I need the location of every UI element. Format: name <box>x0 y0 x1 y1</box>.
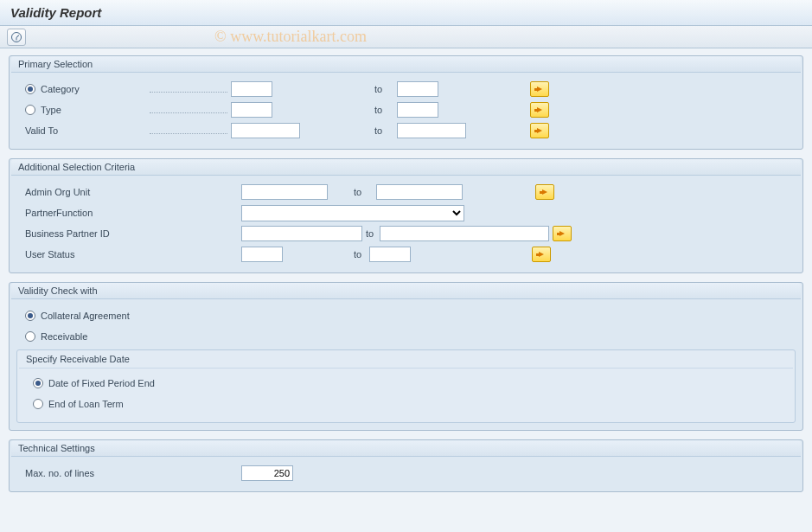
ustatus-to-input[interactable] <box>369 247 411 262</box>
radio-category[interactable] <box>25 84 35 94</box>
label-text: User Status <box>25 249 74 260</box>
label-text: Collateral Agreement <box>41 311 130 321</box>
admin-from-input[interactable] <box>241 184 328 200</box>
arrow-right-icon <box>537 128 542 133</box>
option-fixed-period[interactable]: Date of Fixed Period End <box>24 378 240 388</box>
to-label: to <box>371 125 397 136</box>
label-partner-function: PartnerFunction <box>16 208 241 218</box>
execute-button[interactable] <box>7 29 26 46</box>
dotline <box>150 86 227 93</box>
group-specify-receivable-date: Specify Receivable Date Date of Fixed Pe… <box>16 349 796 423</box>
group-additional-criteria: Additional Selection Criteria Admin Org … <box>9 158 803 273</box>
bpid-from-input[interactable] <box>241 226 362 241</box>
multi-select-button[interactable] <box>530 81 549 97</box>
multi-select-button[interactable] <box>530 123 549 138</box>
label-text: End of Loan Term <box>48 399 124 409</box>
label-text: Receivable <box>41 331 87 342</box>
option-receivable[interactable]: Receivable <box>16 331 233 342</box>
partner-function-select[interactable] <box>241 205 464 221</box>
multi-select-button[interactable] <box>532 247 551 262</box>
row-valid-to: Valid To to <box>16 121 796 140</box>
row-partner-function: PartnerFunction <box>16 203 796 222</box>
label-category: Category <box>16 84 146 94</box>
bpid-to-input[interactable] <box>380 226 549 241</box>
row-fixed-period: Date of Fixed Period End <box>24 374 788 393</box>
group-validity-check: Validity Check with Collateral Agreement… <box>9 282 803 431</box>
radio-end-loan[interactable] <box>33 399 43 409</box>
inner-group-title: Specify Receivable Date <box>19 350 793 369</box>
label-type: Type <box>16 105 146 115</box>
multi-select-button[interactable] <box>530 102 549 118</box>
type-to-input[interactable] <box>397 102 438 118</box>
category-from-input[interactable] <box>231 81 272 97</box>
label-valid-to: Valid To <box>16 125 146 136</box>
multi-select-button[interactable] <box>553 226 572 241</box>
valid-to-to-input[interactable] <box>397 123 466 138</box>
radio-collateral[interactable] <box>25 311 35 321</box>
label-text: Type <box>41 105 61 115</box>
group-title: Technical Settings <box>11 440 801 457</box>
row-category: Category to <box>16 80 796 99</box>
group-title: Primary Selection <box>11 56 801 73</box>
arrow-right-icon <box>542 189 547 195</box>
ustatus-from-input[interactable] <box>241 247 283 262</box>
to-label: to <box>371 84 397 94</box>
radio-receivable[interactable] <box>25 331 35 342</box>
label-text: Category <box>41 84 80 94</box>
type-from-input[interactable] <box>231 102 272 118</box>
arrow-right-icon <box>537 87 542 92</box>
label-text: Max. no. of lines <box>25 468 94 478</box>
admin-to-input[interactable] <box>376 184 463 200</box>
label-max-lines: Max. no. of lines <box>16 468 241 478</box>
group-title: Additional Selection Criteria <box>11 159 801 176</box>
row-max-lines: Max. no. of lines <box>16 464 796 483</box>
multi-select-button[interactable] <box>535 184 554 200</box>
label-text: Valid To <box>25 125 58 136</box>
clock-icon <box>11 32 22 42</box>
row-bp-id: Business Partner ID to <box>16 224 796 243</box>
dotline <box>150 127 227 134</box>
radio-fixed-period[interactable] <box>33 378 43 388</box>
content-area: Primary Selection Category to Type to <box>0 48 812 532</box>
arrow-right-icon <box>537 107 542 112</box>
row-end-loan: End of Loan Term <box>24 394 788 413</box>
category-to-input[interactable] <box>397 81 438 97</box>
group-primary-selection: Primary Selection Category to Type to <box>9 55 803 150</box>
to-label: to <box>371 105 397 115</box>
label-text: Date of Fixed Period End <box>48 378 155 388</box>
to-label: to <box>283 249 354 260</box>
group-title: Validity Check with <box>11 283 801 299</box>
label-text: PartnerFunction <box>25 208 93 218</box>
to-label: to <box>362 228 380 239</box>
row-type: Type to <box>16 100 796 119</box>
label-text: Admin Org Unit <box>25 187 90 197</box>
row-user-status: User Status to <box>16 245 796 264</box>
row-receivable: Receivable <box>16 327 796 346</box>
option-end-loan[interactable]: End of Loan Term <box>24 399 240 409</box>
valid-to-from-input[interactable] <box>231 123 300 138</box>
toolbar <box>0 26 812 48</box>
label-user-status: User Status <box>16 249 241 260</box>
label-bp-id: Business Partner ID <box>16 228 241 239</box>
label-text: Business Partner ID <box>25 228 110 239</box>
option-collateral[interactable]: Collateral Agreement <box>16 311 233 321</box>
group-technical-settings: Technical Settings Max. no. of lines <box>9 439 803 492</box>
arrow-right-icon <box>559 231 565 236</box>
dotline <box>150 106 227 113</box>
arrow-right-icon <box>539 252 544 257</box>
radio-type[interactable] <box>25 105 35 115</box>
row-collateral: Collateral Agreement <box>16 306 796 325</box>
label-admin-org: Admin Org Unit <box>16 187 241 197</box>
page-title: Validity Report <box>0 0 812 26</box>
to-label: to <box>328 187 359 197</box>
row-admin-org: Admin Org Unit to <box>16 183 796 202</box>
max-lines-input[interactable] <box>241 465 293 481</box>
